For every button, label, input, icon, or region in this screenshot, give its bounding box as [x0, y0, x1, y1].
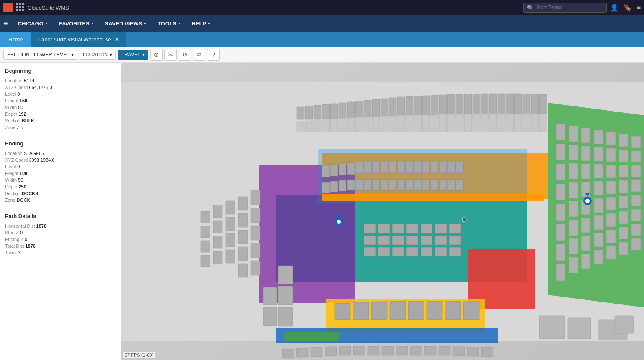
svg-rect-11 — [305, 106, 313, 119]
top-icons: 👤 🔖 ≡ — [610, 4, 641, 12]
svg-rect-136 — [226, 201, 235, 214]
svg-rect-197 — [378, 247, 390, 256]
svg-rect-73 — [556, 184, 565, 200]
menu-icon[interactable]: ≡ — [637, 4, 641, 11]
svg-rect-165 — [322, 182, 330, 193]
svg-rect-108 — [606, 230, 616, 243]
svg-rect-16 — [347, 102, 355, 119]
svg-rect-105 — [606, 181, 616, 194]
svg-rect-214 — [615, 316, 634, 333]
svg-rect-79 — [569, 145, 578, 160]
svg-rect-74 — [556, 204, 565, 221]
svg-rect-166 — [330, 181, 338, 192]
refresh-button[interactable]: ↺ — [179, 49, 191, 61]
bookmark-icon[interactable]: 🔖 — [624, 4, 632, 12]
svg-rect-184 — [392, 224, 404, 233]
grid-icon[interactable] — [16, 3, 24, 12]
svg-rect-14 — [330, 104, 338, 119]
svg-rect-229 — [296, 348, 308, 357]
svg-rect-132 — [238, 213, 248, 227]
expand-button[interactable]: ⧉ — [193, 49, 205, 61]
nav-saved-views[interactable]: SAVED VIEWS ▾ — [100, 17, 151, 30]
svg-rect-60 — [464, 114, 472, 132]
svg-rect-135 — [238, 264, 248, 277]
svg-rect-48 — [364, 117, 371, 132]
svg-rect-171 — [372, 180, 380, 190]
svg-rect-179 — [439, 180, 447, 190]
svg-rect-123 — [631, 209, 641, 221]
svg-rect-178 — [431, 180, 438, 190]
svg-rect-191 — [392, 236, 404, 245]
nav-tools[interactable]: TOOLS ▾ — [153, 17, 185, 30]
ending-level: Level 0 — [5, 164, 112, 169]
svg-rect-47 — [355, 117, 363, 132]
travel-dropdown[interactable]: TRAVEL ▾ — [118, 50, 148, 60]
svg-rect-233 — [353, 346, 365, 355]
svg-rect-159 — [414, 161, 422, 173]
svg-rect-94 — [594, 130, 603, 144]
help-button[interactable]: ? — [207, 49, 220, 61]
svg-rect-50 — [381, 116, 388, 132]
divider-1 — [5, 135, 112, 135]
svg-rect-93 — [581, 254, 590, 269]
main-area: Beginning Location B114 XYZ Coord 664,12… — [0, 63, 644, 360]
svg-rect-227 — [263, 287, 277, 305]
user-icon[interactable]: 👤 — [610, 4, 618, 12]
svg-rect-137 — [226, 217, 235, 231]
svg-rect-126 — [251, 190, 260, 205]
svg-rect-40 — [297, 122, 304, 132]
svg-rect-202 — [449, 247, 461, 256]
app-icon: i — [3, 3, 13, 12]
tab-labor-audit[interactable]: Labor Audit Visual Warehouse ✕ — [32, 32, 126, 47]
svg-rect-174 — [397, 180, 405, 190]
svg-rect-84 — [569, 238, 578, 254]
svg-rect-147 — [201, 255, 210, 267]
svg-rect-211 — [539, 316, 565, 339]
svg-rect-182 — [364, 224, 376, 233]
hamburger-menu[interactable]: ≡ — [3, 19, 8, 28]
tools-arrow: ▾ — [178, 21, 180, 25]
svg-rect-200 — [421, 247, 432, 256]
svg-rect-190 — [378, 236, 390, 245]
svg-rect-177 — [422, 180, 430, 190]
svg-rect-42 — [314, 120, 321, 132]
svg-rect-115 — [619, 211, 628, 224]
svg-rect-58 — [447, 114, 455, 132]
svg-rect-146 — [201, 241, 210, 252]
tab-home[interactable]: Home — [0, 32, 32, 47]
section-dropdown[interactable]: SECTION - LOWER LEVEL ▾ — [3, 50, 77, 60]
svg-rect-156 — [389, 161, 396, 173]
svg-rect-103 — [606, 148, 616, 162]
svg-rect-168 — [347, 180, 355, 190]
fps-counter: 57 FPS (1-60) — [123, 352, 155, 358]
svg-rect-160 — [422, 161, 430, 173]
svg-rect-77 — [556, 264, 565, 281]
warehouse-view[interactable] — [121, 63, 644, 360]
svg-rect-133 — [238, 230, 248, 244]
nav-chicago[interactable]: CHICAGO ▾ — [13, 17, 52, 30]
location-dropdown[interactable]: LOCATION ▾ — [79, 50, 116, 60]
search-box[interactable]: 🔍 — [523, 3, 607, 13]
target-button[interactable]: ⊕ — [150, 49, 163, 61]
svg-rect-101 — [594, 250, 603, 264]
tab-close-button[interactable]: ✕ — [115, 36, 120, 43]
svg-rect-205 — [371, 302, 387, 320]
svg-rect-163 — [447, 161, 455, 173]
cut-button[interactable]: ✂ — [164, 49, 177, 61]
beginning-xyz: XYZ Coord 664,1275,0 — [5, 85, 112, 90]
search-input[interactable] — [536, 5, 599, 10]
svg-rect-83 — [569, 220, 578, 236]
nav-help[interactable]: HELP ▾ — [187, 17, 215, 30]
svg-rect-228 — [282, 349, 294, 358]
ending-zone: Zone DOCK — [5, 198, 112, 203]
svg-rect-53 — [406, 115, 413, 132]
svg-rect-187 — [435, 224, 447, 233]
svg-rect-112 — [619, 165, 628, 177]
ending-title: Ending — [5, 140, 112, 147]
nav-favorites[interactable]: FAVORITES ▾ — [54, 17, 98, 30]
canvas-area[interactable]: 57 FPS (1-60) — [121, 63, 644, 360]
beginning-height: Height 150 — [5, 98, 112, 103]
saved-views-arrow: ▾ — [144, 21, 146, 25]
svg-rect-175 — [406, 180, 413, 190]
svg-rect-120 — [631, 165, 641, 177]
